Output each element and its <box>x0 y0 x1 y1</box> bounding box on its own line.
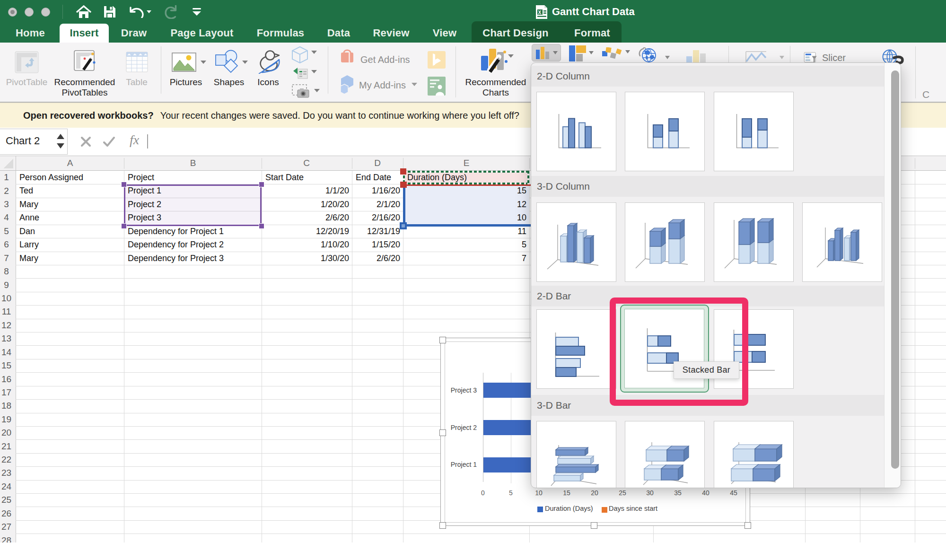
svg-text:X: X <box>538 10 542 15</box>
